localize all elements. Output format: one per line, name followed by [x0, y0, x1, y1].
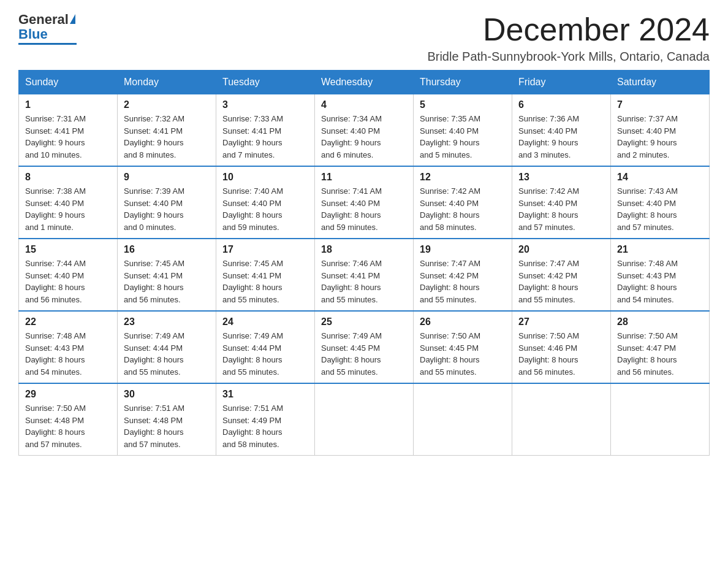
table-row: 19 Sunrise: 7:47 AM Sunset: 4:42 PM Dayl…	[414, 239, 512, 311]
table-row: 11 Sunrise: 7:41 AM Sunset: 4:40 PM Dayl…	[315, 166, 414, 239]
table-row: 27 Sunrise: 7:50 AM Sunset: 4:46 PM Dayl…	[512, 311, 611, 383]
day-number: 17	[222, 244, 308, 255]
table-row: 24 Sunrise: 7:49 AM Sunset: 4:44 PM Dayl…	[216, 311, 315, 383]
day-info: Sunrise: 7:49 AM Sunset: 4:44 PM Dayligh…	[222, 330, 308, 378]
table-row: 6 Sunrise: 7:36 AM Sunset: 4:40 PM Dayli…	[512, 94, 611, 167]
day-info: Sunrise: 7:40 AM Sunset: 4:40 PM Dayligh…	[222, 185, 308, 233]
day-info: Sunrise: 7:33 AM Sunset: 4:41 PM Dayligh…	[222, 113, 308, 161]
logo: General Blue	[18, 12, 77, 45]
day-info: Sunrise: 7:38 AM Sunset: 4:40 PM Dayligh…	[25, 185, 111, 233]
day-info: Sunrise: 7:42 AM Sunset: 4:40 PM Dayligh…	[420, 185, 506, 233]
day-number: 13	[518, 172, 604, 183]
calendar-week-row: 29 Sunrise: 7:50 AM Sunset: 4:48 PM Dayl…	[19, 383, 710, 456]
day-number: 8	[25, 172, 111, 183]
day-number: 2	[124, 99, 210, 110]
day-number: 18	[321, 244, 407, 255]
col-saturday: Saturday	[611, 71, 710, 94]
day-number: 5	[420, 99, 506, 110]
col-sunday: Sunday	[19, 71, 118, 94]
location-subtitle: Bridle Path-Sunnybrook-York Mills, Ontar…	[427, 50, 710, 64]
logo-underline	[18, 43, 77, 45]
day-info: Sunrise: 7:50 AM Sunset: 4:48 PM Dayligh…	[25, 402, 111, 450]
table-row: 21 Sunrise: 7:48 AM Sunset: 4:43 PM Dayl…	[611, 239, 710, 311]
logo-general-text: General	[18, 12, 69, 27]
day-number: 6	[518, 99, 604, 110]
title-area: December 2024 Bridle Path-Sunnybrook-Yor…	[427, 12, 710, 64]
day-info: Sunrise: 7:49 AM Sunset: 4:45 PM Dayligh…	[321, 330, 407, 378]
table-row: 15 Sunrise: 7:44 AM Sunset: 4:40 PM Dayl…	[19, 239, 118, 311]
day-info: Sunrise: 7:48 AM Sunset: 4:43 PM Dayligh…	[617, 258, 703, 305]
day-number: 15	[25, 244, 111, 255]
day-info: Sunrise: 7:35 AM Sunset: 4:40 PM Dayligh…	[420, 113, 506, 161]
table-row: 5 Sunrise: 7:35 AM Sunset: 4:40 PM Dayli…	[414, 94, 512, 167]
day-info: Sunrise: 7:39 AM Sunset: 4:40 PM Dayligh…	[124, 185, 210, 233]
table-row: 22 Sunrise: 7:48 AM Sunset: 4:43 PM Dayl…	[19, 311, 118, 383]
day-number: 12	[420, 172, 506, 183]
day-number: 26	[420, 316, 506, 327]
table-row: 10 Sunrise: 7:40 AM Sunset: 4:40 PM Dayl…	[216, 166, 315, 239]
day-info: Sunrise: 7:45 AM Sunset: 4:41 PM Dayligh…	[222, 258, 308, 305]
month-title: December 2024	[427, 12, 710, 47]
day-info: Sunrise: 7:50 AM Sunset: 4:46 PM Dayligh…	[518, 330, 604, 378]
day-info: Sunrise: 7:50 AM Sunset: 4:45 PM Dayligh…	[420, 330, 506, 378]
day-info: Sunrise: 7:51 AM Sunset: 4:48 PM Dayligh…	[124, 402, 210, 450]
col-friday: Friday	[512, 71, 611, 94]
table-row: 12 Sunrise: 7:42 AM Sunset: 4:40 PM Dayl…	[414, 166, 512, 239]
day-info: Sunrise: 7:41 AM Sunset: 4:40 PM Dayligh…	[321, 185, 407, 233]
table-row: 25 Sunrise: 7:49 AM Sunset: 4:45 PM Dayl…	[315, 311, 414, 383]
day-info: Sunrise: 7:32 AM Sunset: 4:41 PM Dayligh…	[124, 113, 210, 161]
table-row: 9 Sunrise: 7:39 AM Sunset: 4:40 PM Dayli…	[118, 166, 216, 239]
table-row	[414, 383, 512, 456]
day-info: Sunrise: 7:46 AM Sunset: 4:41 PM Dayligh…	[321, 258, 407, 305]
day-info: Sunrise: 7:50 AM Sunset: 4:47 PM Dayligh…	[617, 330, 703, 378]
table-row	[315, 383, 414, 456]
day-info: Sunrise: 7:47 AM Sunset: 4:42 PM Dayligh…	[518, 258, 604, 305]
table-row: 14 Sunrise: 7:43 AM Sunset: 4:40 PM Dayl…	[611, 166, 710, 239]
col-thursday: Thursday	[414, 71, 512, 94]
day-info: Sunrise: 7:34 AM Sunset: 4:40 PM Dayligh…	[321, 113, 407, 161]
col-monday: Monday	[118, 71, 216, 94]
calendar-week-row: 8 Sunrise: 7:38 AM Sunset: 4:40 PM Dayli…	[19, 166, 710, 239]
day-number: 23	[124, 316, 210, 327]
table-row: 28 Sunrise: 7:50 AM Sunset: 4:47 PM Dayl…	[611, 311, 710, 383]
table-row	[611, 383, 710, 456]
logo-blue-text: Blue	[18, 27, 48, 42]
day-number: 25	[321, 316, 407, 327]
day-number: 20	[518, 244, 604, 255]
table-row: 30 Sunrise: 7:51 AM Sunset: 4:48 PM Dayl…	[118, 383, 216, 456]
day-info: Sunrise: 7:43 AM Sunset: 4:40 PM Dayligh…	[617, 185, 703, 233]
day-number: 9	[124, 172, 210, 183]
day-number: 24	[222, 316, 308, 327]
table-row: 23 Sunrise: 7:49 AM Sunset: 4:44 PM Dayl…	[118, 311, 216, 383]
day-number: 31	[222, 389, 308, 400]
col-tuesday: Tuesday	[216, 71, 315, 94]
day-number: 3	[222, 99, 308, 110]
table-row: 20 Sunrise: 7:47 AM Sunset: 4:42 PM Dayl…	[512, 239, 611, 311]
table-row: 16 Sunrise: 7:45 AM Sunset: 4:41 PM Dayl…	[118, 239, 216, 311]
day-number: 4	[321, 99, 407, 110]
calendar-table: Sunday Monday Tuesday Wednesday Thursday…	[18, 70, 710, 456]
day-number: 22	[25, 316, 111, 327]
table-row: 8 Sunrise: 7:38 AM Sunset: 4:40 PM Dayli…	[19, 166, 118, 239]
day-number: 21	[617, 244, 703, 255]
day-info: Sunrise: 7:44 AM Sunset: 4:40 PM Dayligh…	[25, 258, 111, 305]
day-number: 1	[25, 99, 111, 110]
day-number: 16	[124, 244, 210, 255]
calendar-week-row: 15 Sunrise: 7:44 AM Sunset: 4:40 PM Dayl…	[19, 239, 710, 311]
day-number: 14	[617, 172, 703, 183]
table-row: 2 Sunrise: 7:32 AM Sunset: 4:41 PM Dayli…	[118, 94, 216, 167]
day-info: Sunrise: 7:36 AM Sunset: 4:40 PM Dayligh…	[518, 113, 604, 161]
calendar-week-row: 22 Sunrise: 7:48 AM Sunset: 4:43 PM Dayl…	[19, 311, 710, 383]
table-row: 26 Sunrise: 7:50 AM Sunset: 4:45 PM Dayl…	[414, 311, 512, 383]
table-row: 1 Sunrise: 7:31 AM Sunset: 4:41 PM Dayli…	[19, 94, 118, 167]
calendar-header-row: Sunday Monday Tuesday Wednesday Thursday…	[19, 71, 710, 94]
day-number: 19	[420, 244, 506, 255]
page-header: General Blue December 2024 Bridle Path-S…	[18, 12, 710, 64]
day-number: 28	[617, 316, 703, 327]
day-info: Sunrise: 7:49 AM Sunset: 4:44 PM Dayligh…	[124, 330, 210, 378]
day-number: 7	[617, 99, 703, 110]
day-number: 10	[222, 172, 308, 183]
calendar-week-row: 1 Sunrise: 7:31 AM Sunset: 4:41 PM Dayli…	[19, 94, 710, 167]
table-row: 4 Sunrise: 7:34 AM Sunset: 4:40 PM Dayli…	[315, 94, 414, 167]
day-info: Sunrise: 7:42 AM Sunset: 4:40 PM Dayligh…	[518, 185, 604, 233]
